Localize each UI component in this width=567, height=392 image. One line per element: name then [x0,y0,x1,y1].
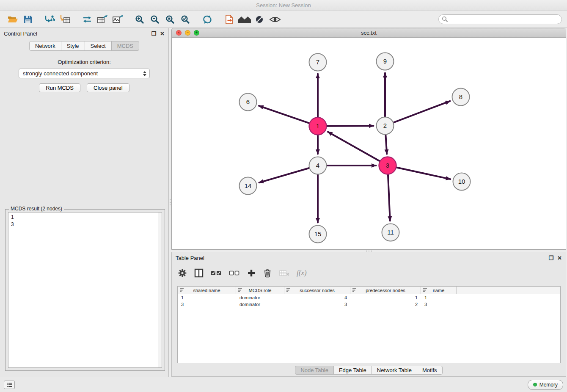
graph-node-3[interactable]: 3 [379,157,396,174]
network-graph: 7968124314101511 [172,38,566,249]
network-window: × − + scc.txt 7968124314101511 [171,28,566,250]
table-toolbar: f(x) [172,263,566,282]
close-panel-icon[interactable]: ✕ [557,255,562,261]
graph-node-9[interactable]: 9 [377,53,394,70]
refresh-icon [202,14,212,25]
window-zoom-button[interactable]: + [194,30,199,36]
column-header-name[interactable]: name [421,287,457,294]
control-panel: Control Panel ❐ ✕ Network Style Select M… [0,28,169,377]
graph-edge-3-11[interactable] [388,174,390,221]
mcds-result-scrollbar[interactable] [158,213,162,367]
graph-edge-3-1[interactable] [328,132,380,161]
graph-edge-2-8[interactable] [394,101,450,123]
search-input[interactable] [438,14,562,24]
tab-node-table[interactable]: Node Table [295,366,334,375]
graph-node-11[interactable]: 11 [382,224,399,241]
graph-node-8[interactable]: 8 [452,88,470,106]
table-cell[interactable]: 3 [421,302,457,307]
function-builder-button[interactable]: f(x) [297,269,307,277]
export-image-button[interactable] [110,13,125,26]
table-cell[interactable]: 1 [350,295,421,300]
memory-button[interactable]: Memory [528,380,563,390]
import-table-button[interactable] [58,13,73,26]
add-entry-button[interactable] [247,269,256,277]
column-header-mcds-role[interactable]: MCDS role [236,287,284,294]
transfer-arrows-icon [82,15,92,24]
open-session-button[interactable] [5,13,20,26]
show-columns-button[interactable] [194,268,204,278]
zoom-out-button[interactable] [147,13,162,26]
delete-table-button[interactable] [279,269,289,277]
export-document-button[interactable] [222,13,237,26]
close-panel-button[interactable]: Close panel [87,83,129,92]
float-panel-icon[interactable]: ❐ [151,31,156,36]
graph-node-15[interactable]: 15 [309,226,327,243]
save-session-button[interactable] [20,13,36,26]
zoom-fit-button[interactable] [162,13,178,26]
criterion-dropdown[interactable]: strongly connected component [19,69,150,78]
table-cell[interactable]: 1 [421,295,457,300]
table-row[interactable]: 1dominator411 [178,294,560,301]
column-header-predecessor-nodes[interactable]: predecessor nodes [350,287,421,294]
import-network-button[interactable] [42,13,58,26]
column-header-shared-name[interactable]: shared name [178,287,236,294]
graph-node-1[interactable]: 1 [309,118,327,135]
graph-node-7[interactable]: 7 [309,54,327,71]
open-folder-icon [7,15,18,24]
graph-node-10[interactable]: 10 [453,173,471,190]
run-mcds-button[interactable]: Run MCDS [39,83,80,92]
refresh-view-button[interactable] [200,13,215,26]
checked-boxes-icon [211,269,222,277]
tab-style[interactable]: Style [61,41,85,51]
table-cell[interactable]: dominator [236,302,284,307]
optimization-criterion-label: Optimization criterion: [0,59,168,65]
table-cell[interactable]: 3 [284,302,350,307]
table-row[interactable]: 3dominator323 [178,301,560,308]
graph-node-6[interactable]: 6 [239,94,257,111]
zoom-in-button[interactable] [132,13,147,26]
float-panel-icon[interactable]: ❐ [548,255,553,261]
svg-text:11: 11 [387,229,394,236]
tab-network[interactable]: Network [29,41,61,51]
gear-icon [178,268,187,278]
select-all-button[interactable] [211,269,222,277]
graph-edge-1-2[interactable] [327,126,373,126]
tab-edge-table[interactable]: Edge Table [333,366,372,375]
apply-style-button[interactable] [252,13,267,26]
unselect-all-button[interactable] [229,269,240,277]
table-cell[interactable]: 1 [178,295,236,300]
network-window-titlebar[interactable]: × − + scc.txt [172,28,566,38]
trash-icon [263,268,272,278]
tab-select[interactable]: Select [85,41,112,51]
export-network-button[interactable] [80,13,95,26]
table-cell[interactable]: 3 [178,302,236,307]
graph-node-2[interactable]: 2 [377,117,394,135]
table-cell[interactable]: 4 [284,295,350,300]
tab-mcds[interactable]: MCDS [111,41,139,51]
table-cell[interactable]: dominator [236,295,284,300]
svg-text:7: 7 [316,58,319,66]
column-header-successor-nodes[interactable]: successor nodes [284,287,350,294]
show-graphics-details-button[interactable] [267,13,283,26]
close-panel-icon[interactable]: ✕ [160,31,165,36]
window-minimize-button[interactable]: − [185,30,190,36]
window-close-button[interactable]: × [176,30,182,36]
graph-node-4[interactable]: 4 [309,157,327,174]
graph-node-14[interactable]: 14 [239,177,257,195]
table-settings-button[interactable] [178,268,187,278]
control-panel-tabs: Network Style Select MCDS [0,41,168,51]
graph-edge-2-3[interactable] [385,135,387,154]
first-neighbors-button[interactable] [237,13,252,26]
tab-motifs[interactable]: Motifs [417,366,443,375]
mcds-result-list[interactable]: 13 [8,212,162,368]
export-table-button[interactable] [95,13,110,26]
graph-edge-1-6[interactable] [259,106,309,123]
network-canvas[interactable]: 7968124314101511 [172,38,566,249]
table-cell[interactable]: 2 [350,302,421,307]
zoom-selected-button[interactable] [178,13,193,26]
graph-edge-4-14[interactable] [259,168,309,182]
tab-network-table[interactable]: Network Table [372,366,417,375]
panel-toggle-button[interactable] [4,381,15,389]
graph-edge-3-10[interactable] [396,168,450,179]
delete-entry-button[interactable] [263,268,272,278]
